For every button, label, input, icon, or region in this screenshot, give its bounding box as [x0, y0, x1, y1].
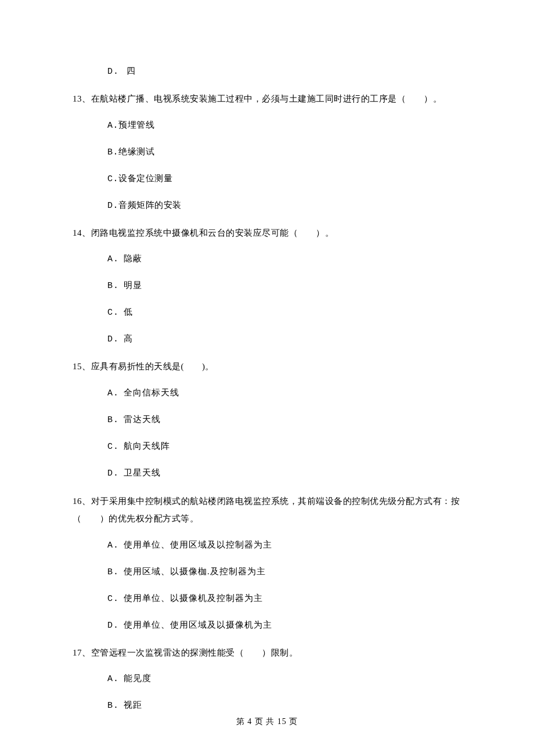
option-text: 预埋管线	[118, 120, 154, 129]
footer-text: 第 4 页 共 15 页	[236, 717, 298, 726]
option-label: C.	[107, 440, 124, 454]
q16-option-c: C.使用单位、以摄像机及控制器为主	[73, 591, 461, 606]
option-label: B.	[107, 146, 118, 160]
option-text: 能见度	[124, 674, 151, 683]
question-text: 闭路电视监控系统中摄像机和云台的安装应尽可能（ ）。	[91, 228, 334, 237]
q13-option-b: B.绝缘测试	[73, 145, 461, 160]
option-label: D.	[107, 467, 124, 481]
q13-option-d: D.音频矩阵的安装	[73, 198, 461, 213]
question-15: 15、应具有易折性的天线是( )。	[73, 358, 461, 375]
option-text: 使用单位、使用区域及以控制器为主	[124, 540, 272, 549]
q14-option-d: D.高	[73, 332, 461, 347]
question-text: 在航站楼广播、电视系统安装施工过程中，必须与土建施工同时进行的工序是（ ）。	[91, 94, 442, 103]
question-number: 13、	[73, 94, 91, 103]
q14-option-c: C.低	[73, 305, 461, 320]
option-label: B.	[107, 279, 124, 293]
question-number: 14、	[73, 228, 91, 237]
option-label: A.	[107, 119, 118, 133]
option-text: 航向天线阵	[124, 441, 170, 451]
question-17: 17、空管远程一次监视雷达的探测性能受（ ）限制。	[73, 645, 461, 661]
q13-option-c: C.设备定位测量	[73, 171, 461, 186]
option-text: 视距	[124, 700, 142, 710]
q15-option-d: D.卫星天线	[73, 466, 461, 481]
option-text: 明显	[124, 280, 142, 290]
question-number: 17、	[73, 648, 91, 657]
option-label: A.	[107, 253, 124, 267]
q16-option-b: B.使用区域、以摄像枷.及控制器为主	[73, 564, 461, 579]
option-label: A.	[107, 672, 124, 686]
q17-option-b: B.视距	[73, 698, 461, 713]
page-content: D. 四 13、在航站楼广播、电视系统安装施工过程中，必须与土建施工同时进行的工…	[0, 0, 534, 713]
option-label: B.	[107, 566, 124, 579]
question-13: 13、在航站楼广播、电视系统安装施工过程中，必须与土建施工同时进行的工序是（ ）…	[73, 91, 461, 107]
option-label: D.	[107, 619, 124, 633]
option-text: 高	[124, 334, 133, 343]
option-text: 全向信标天线	[124, 388, 179, 397]
question-text: 空管远程一次监视雷达的探测性能受（ ）限制。	[91, 648, 298, 657]
option-text: 使用区域、以摄像枷.及控制器为主	[124, 567, 266, 576]
q15-option-a: A.全向信标天线	[73, 386, 461, 401]
option-text: 四	[127, 66, 136, 75]
question-number: 16、	[73, 496, 91, 506]
option-label: C.	[107, 306, 124, 320]
option-label: D.	[107, 333, 124, 347]
q16-option-d: D.使用单位、使用区域及以摄像机为主	[73, 618, 461, 633]
option-label: B.	[107, 413, 124, 427]
question-text: 对于采用集中控制模式的航站楼闭路电视监控系统，其前端设备的控制优先级分配方式有：…	[73, 496, 460, 523]
option-text: 绝缘测试	[118, 147, 154, 156]
option-label: D.	[107, 199, 118, 213]
q14-option-a: A.隐蔽	[73, 251, 461, 267]
question-16: 16、对于采用集中控制模式的航站楼闭路电视监控系统，其前端设备的控制优先级分配方…	[73, 492, 461, 527]
option-text: 设备定位测量	[118, 174, 172, 183]
q16-option-a: A.使用单位、使用区域及以控制器为主	[73, 538, 461, 553]
option-label: C.	[107, 172, 118, 186]
q15-option-b: B.雷达天线	[73, 412, 461, 427]
q14-option-b: B.明显	[73, 278, 461, 293]
option-label: B.	[107, 699, 124, 713]
orphan-option: D. 四	[73, 64, 461, 79]
q15-option-c: C.航向天线阵	[73, 439, 461, 454]
option-label: A.	[107, 539, 124, 553]
question-14: 14、闭路电视监控系统中摄像机和云台的安装应尽可能（ ）。	[73, 225, 461, 242]
q13-option-a: A.预埋管线	[73, 118, 461, 133]
q17-option-a: A.能见度	[73, 671, 461, 686]
option-text: 雷达天线	[124, 415, 161, 424]
question-text: 应具有易折性的天线是( )。	[91, 362, 215, 371]
question-number: 15、	[73, 362, 91, 371]
option-text: 低	[124, 307, 133, 316]
option-label: D.	[107, 65, 124, 79]
option-text: 卫星天线	[124, 468, 161, 477]
option-text: 使用单位、使用区域及以摄像机为主	[124, 620, 272, 629]
option-text: 音频矩阵的安装	[118, 200, 182, 210]
option-label: A.	[107, 387, 124, 401]
option-text: 使用单位、以摄像机及控制器为主	[124, 593, 263, 603]
page-footer: 第 4 页 共 15 页	[0, 717, 534, 727]
option-text: 隐蔽	[124, 254, 142, 263]
option-label: C.	[107, 592, 124, 606]
